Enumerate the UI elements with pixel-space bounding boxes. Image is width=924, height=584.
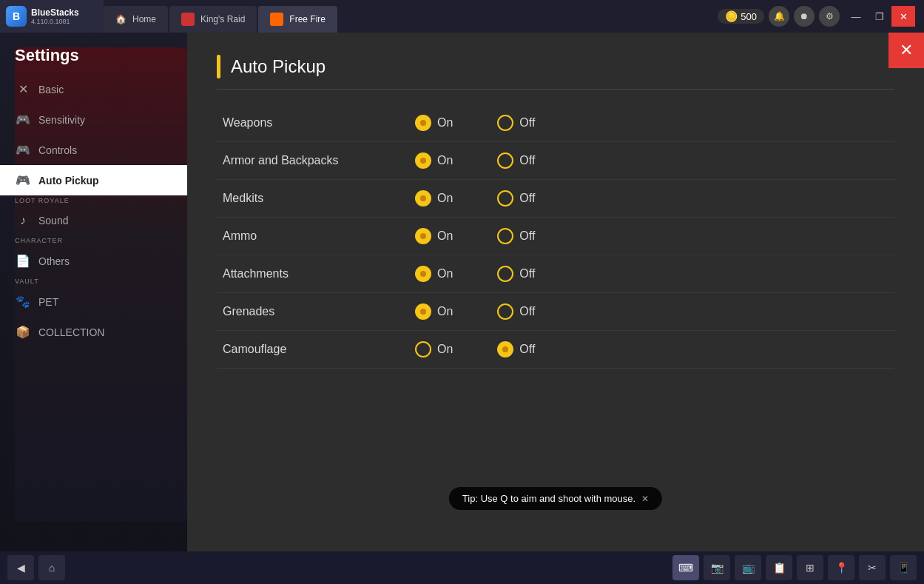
attachments-on-group: On [415,266,453,282]
close-window-btn[interactable]: ✕ [891,6,915,27]
ammo-on-radio[interactable] [415,228,431,244]
grenades-on-radio[interactable] [415,303,431,320]
sidebar-item-basic-label: Basic [38,84,64,95]
camouflage-off-radio[interactable] [497,341,513,358]
setting-label-grenades: Grenades [223,305,415,318]
grenades-off-group: Off [497,303,535,320]
setting-label-medkits: Medkits [223,192,415,205]
setting-row-armor: Armor and Backpacks On Off [217,142,894,180]
sidebar-item-sensitivity-label: Sensitivity [38,114,85,126]
attachments-on-label: On [437,267,453,281]
attachments-off-group: Off [497,266,535,282]
setting-label-ammo: Ammo [223,229,415,243]
titlebar-right: 🪙 500 🔔 ⏺ ⚙ — ❐ ✕ [709,0,924,33]
attachments-off-radio[interactable] [497,266,513,282]
setting-row-attachments: Attachments On Off [217,255,894,293]
taskbar-display-btn[interactable]: 📺 [735,555,761,580]
titlebar: B BlueStacks 4.110.0.1081 🏠 Home King's … [0,0,924,33]
tab-free-fire-label: Free Fire [289,14,326,24]
ammo-off-radio[interactable] [497,228,513,244]
armor-off-radio[interactable] [497,152,513,169]
taskbar-apps-btn[interactable]: ⊞ [797,555,823,580]
sidebar-item-collection[interactable]: 📦 COLLECTION [0,317,187,347]
armor-on-group: On [415,152,453,169]
sidebar-item-sensitivity[interactable]: 🎮 Sensitivity [0,104,187,135]
tip-close-btn[interactable]: ✕ [641,494,649,504]
weapons-on-radio[interactable] [415,115,431,131]
medkits-on-group: On [415,190,453,207]
setting-label-camouflage: Camouflage [223,343,415,356]
vault-label: VAULT [0,276,187,286]
coin-icon: 🪙 [725,10,738,22]
taskbar-camera-btn[interactable]: 📷 [704,555,730,580]
taskbar-clipboard-btn[interactable]: 📋 [766,555,792,580]
tab-free-fire[interactable]: Free Fire [258,6,337,33]
maximize-btn[interactable]: ❐ [868,6,891,27]
main-area: Settings ✕ Basic 🎮 Sensitivity 🎮 Control… [0,33,924,551]
sidebar-item-auto-pickup[interactable]: 🎮 Auto Pickup [0,165,187,195]
sidebar-item-collection-label: COLLECTION [38,326,104,338]
sidebar-item-others[interactable]: 📄 Others [0,246,187,276]
sidebar-content: Settings ✕ Basic 🎮 Sensitivity 🎮 Control… [0,33,187,347]
weapons-off-radio[interactable] [497,115,513,131]
attachments-on-radio[interactable] [415,266,431,282]
app-logo: B BlueStacks 4.110.0.1081 [0,0,104,33]
sidebar-item-controls[interactable]: 🎮 Controls [0,135,187,165]
setting-row-weapons: Weapons On Off [217,104,894,142]
armor-on-label: On [437,154,453,167]
camera-btn[interactable]: ⏺ [794,6,815,27]
medkits-off-group: Off [497,190,535,207]
sidebar-item-pet[interactable]: 🐾 PET [0,286,187,317]
sidebar-item-auto-pickup-label: Auto Pickup [38,175,99,187]
sidebar-item-sound-label: Sound [38,215,68,226]
sidebar-item-sound[interactable]: ♪ Sound [0,206,187,235]
sidebar-item-basic[interactable]: ✕ Basic [0,74,187,104]
minimize-btn[interactable]: — [844,6,868,27]
app-version: 4.110.0.1081 [31,18,79,25]
attachments-off-label: Off [519,267,535,281]
taskbar-mobile-btn[interactable]: 📱 [890,555,917,580]
medkits-off-radio[interactable] [497,190,513,207]
settings-btn[interactable]: ⚙ [819,6,840,27]
weapons-off-group: Off [497,115,535,131]
notification-btn[interactable]: 🔔 [769,6,789,27]
setting-label-armor: Armor and Backpacks [223,154,415,167]
armor-off-label: Off [519,154,535,167]
weapons-off-label: Off [519,116,535,130]
logo-icon: B [6,6,27,27]
logo-text-group: BlueStacks 4.110.0.1081 [31,7,79,25]
tab-kings-raid[interactable]: King's Raid [169,6,257,33]
coins-value: 500 [741,11,757,22]
taskbar: ◀ ⌂ ⌨ 📷 📺 📋 ⊞ 📍 ✂ 📱 [0,551,924,584]
sensitivity-icon: 🎮 [15,113,31,127]
taskbar-keyboard-btn[interactable]: ⌨ [672,555,699,580]
sidebar-item-pet-label: PET [38,296,58,308]
ammo-on-group: On [415,228,453,244]
tab-kings-raid-label: King's Raid [200,14,245,24]
taskbar-home-btn[interactable]: ⌂ [38,555,65,580]
medkits-on-radio[interactable] [415,190,431,207]
tab-home[interactable]: 🏠 Home [104,6,168,33]
taskbar-back-btn[interactable]: ◀ [7,555,34,580]
armor-on-radio[interactable] [415,152,431,169]
content-header: Auto Pickup [217,55,894,90]
taskbar-scissors-btn[interactable]: ✂ [859,555,886,580]
sidebar-title: Settings [0,33,187,74]
sidebar-item-controls-label: Controls [38,144,77,156]
content-close-btn[interactable]: ✕ [888,33,924,68]
app-name: BlueStacks [31,7,79,18]
setting-row-ammo: Ammo On Off [217,218,894,255]
pet-icon: 🐾 [15,295,31,309]
grenades-off-radio[interactable] [497,303,513,320]
tab-bar: 🏠 Home King's Raid Free Fire [104,0,709,33]
grenades-on-label: On [437,305,453,318]
camouflage-on-group: On [415,341,453,358]
loot-royale-label: LOOT ROYALE [0,195,187,206]
camouflage-on-label: On [437,343,453,356]
camouflage-on-radio[interactable] [415,341,431,358]
taskbar-location-btn[interactable]: 📍 [828,555,854,580]
content-area: ✕ Auto Pickup Weapons On Off [187,33,924,551]
armor-off-group: Off [497,152,535,169]
grenades-off-label: Off [519,305,535,318]
controls-icon: 🎮 [15,143,31,157]
